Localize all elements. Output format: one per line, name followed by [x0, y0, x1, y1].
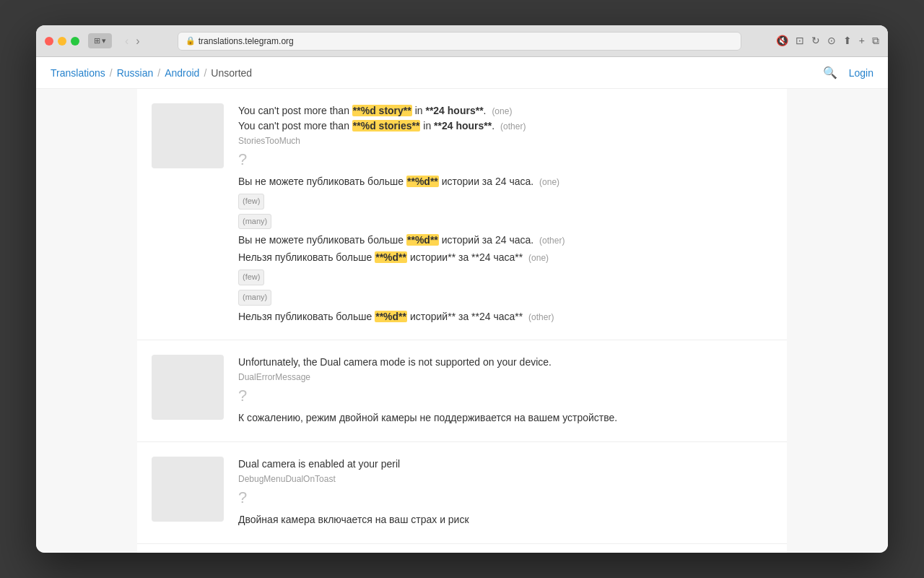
translation-line-alt: Нельзя публиковать больше **%d** истории… — [238, 249, 772, 267]
table-row: Unfortunately, the Dual camera mode is n… — [137, 340, 787, 442]
item-thumbnail — [152, 457, 224, 522]
item-key: StoriesTooMuch — [238, 136, 772, 146]
original-text-line2: You can't post more than **%d stories** … — [238, 118, 772, 134]
plural-few: (few) — [238, 194, 264, 210]
browser-window: ⊞ ▾ ‹ › 🔒 translations.telegram.org 🔇 ⊡ … — [36, 25, 888, 553]
variant-other-label: (other) — [539, 236, 565, 246]
item-thumbnail — [152, 103, 224, 168]
share-icon[interactable]: ⬆ — [843, 35, 852, 47]
header-actions: 🔍 Login — [823, 66, 873, 79]
variant-one-alt: (one) — [528, 253, 549, 263]
translation-line-alt-other: Нельзя публиковать больше **%d** историй… — [238, 309, 772, 326]
var-highlight: **%d story** — [352, 105, 412, 116]
status-indicator: ? — [238, 488, 772, 507]
breadcrumb-sep-3: / — [204, 67, 206, 79]
table-row: Show Dual Camera DebugMenuDualOn ? Показ… — [137, 544, 787, 553]
var-d-2: **%d** — [406, 234, 439, 246]
status-indicator: ? — [238, 150, 772, 169]
breadcrumb-russian[interactable]: Russian — [117, 67, 154, 79]
breadcrumb-translations[interactable]: Translations — [51, 67, 105, 79]
status-indicator: ? — [238, 387, 772, 405]
sidebar-icon: ⊞ — [94, 36, 100, 46]
login-button[interactable]: Login — [849, 67, 873, 79]
item-content: You can't post more than **%d story** in… — [238, 103, 772, 325]
back-arrow[interactable]: ‹ — [122, 35, 131, 48]
translation-line-other: Вы не можете публиковать больше **%d** и… — [238, 232, 772, 249]
toolbar-icons: 🔇 ⊡ ↻ ⊙ ⬆ + ⧉ — [776, 35, 879, 47]
titlebar: ⊞ ▾ ‹ › 🔒 translations.telegram.org 🔇 ⊡ … — [36, 25, 888, 57]
plural-many: (many) — [238, 214, 271, 230]
close-button[interactable] — [45, 37, 53, 46]
breadcrumb-sep-2: / — [157, 67, 160, 79]
table-row: You can't post more than **%d story** in… — [137, 89, 787, 340]
var-d-3: **%d** — [375, 251, 407, 263]
variant-other-alt: (other) — [528, 312, 554, 322]
original-text-line1: You can't post more than **%d story** in… — [238, 103, 772, 118]
item-content: Dual camera is enabled at your peril Deb… — [238, 457, 772, 529]
lock-icon: 🔒 — [186, 36, 196, 46]
maximize-button[interactable] — [71, 37, 79, 46]
item-key: DualErrorMessage — [238, 372, 772, 382]
breadcrumb-sep-1: / — [110, 67, 113, 79]
var-d-4: **%d** — [375, 311, 407, 322]
translation-line: К сожалению, режим двойной камеры не под… — [238, 410, 772, 427]
translation-line: Двойная камера включается на ваш страх и… — [238, 512, 772, 529]
breadcrumb-bar: Translations / Russian / Android / Unsor… — [36, 57, 888, 89]
breadcrumb-android[interactable]: Android — [165, 67, 199, 79]
download-icon[interactable]: ⊙ — [827, 35, 836, 47]
minimize-button[interactable] — [58, 37, 66, 46]
breadcrumb-current: Unsorted — [211, 67, 252, 79]
speaker-icon[interactable]: 🔇 — [776, 35, 788, 47]
bold-hours: **24 hours** — [425, 105, 483, 116]
url-text: translations.telegram.org — [199, 36, 294, 46]
translations-list: You can't post more than **%d story** in… — [137, 89, 787, 553]
sidebar-toggle[interactable]: ⊞ ▾ — [88, 33, 112, 48]
forward-arrow[interactable]: › — [133, 35, 142, 48]
content-area: You can't post more than **%d story** in… — [36, 89, 888, 553]
sidebar-chevron: ▾ — [102, 36, 106, 46]
search-icon[interactable]: 🔍 — [823, 66, 837, 79]
item-key: DebugMenuDualOnToast — [238, 474, 772, 484]
translation-line: Вы не можете публиковать больше **%d** и… — [238, 173, 772, 191]
item-content: Unfortunately, the Dual camera mode is n… — [238, 355, 772, 427]
variant-one: (one) — [492, 106, 512, 116]
item-thumbnail — [152, 355, 224, 420]
tab-overview-icon[interactable]: ⧉ — [872, 35, 879, 47]
var-d: **%d** — [406, 176, 439, 187]
plural-many-2: (many) — [238, 290, 271, 306]
original-text: Dual camera is enabled at your peril — [238, 457, 772, 472]
nav-arrows: ‹ › — [122, 35, 143, 48]
refresh-icon[interactable]: ↻ — [811, 35, 820, 47]
breadcrumb: Translations / Russian / Android / Unsor… — [51, 67, 252, 79]
table-row: Dual camera is enabled at your peril Deb… — [137, 442, 787, 544]
traffic-lights — [45, 37, 79, 46]
bold-hours-2: **24 hours** — [434, 120, 492, 131]
plural-few-2: (few) — [238, 269, 264, 285]
address-bar[interactable]: 🔒 translations.telegram.org — [178, 32, 741, 51]
original-text: Unfortunately, the Dual camera mode is n… — [238, 355, 772, 370]
var-highlight-2: **%d stories** — [352, 120, 421, 131]
new-tab-icon[interactable]: + — [859, 35, 865, 47]
cast-icon[interactable]: ⊡ — [796, 35, 804, 47]
variant-label: (one) — [539, 177, 559, 187]
variant-other: (other) — [500, 121, 526, 131]
